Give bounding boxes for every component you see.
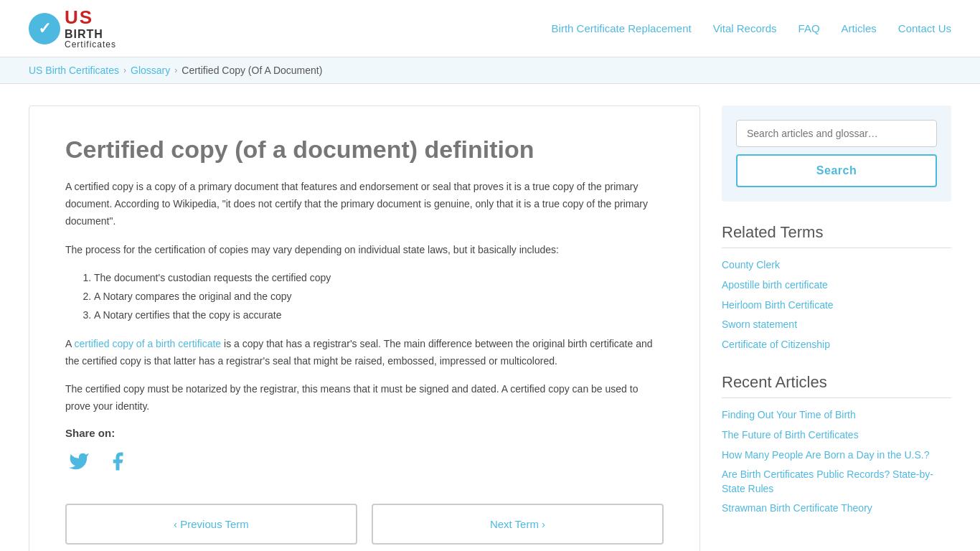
- article-born-a-day[interactable]: How Many People Are Born a Day in the U.…: [722, 448, 951, 463]
- paragraph-1: A certified copy is a copy of a primary …: [65, 179, 664, 230]
- logo-us: US: [65, 7, 116, 28]
- search-box: Search: [722, 105, 951, 202]
- social-icons: [65, 448, 664, 475]
- recent-articles-section: Recent Articles Finding Out Your Time of…: [722, 373, 951, 516]
- search-input[interactable]: [736, 120, 937, 147]
- recent-articles-title: Recent Articles: [722, 373, 951, 398]
- facebook-icon[interactable]: [104, 448, 131, 475]
- related-term-county-clerk[interactable]: County Clerk: [722, 258, 951, 273]
- prev-term-button[interactable]: ‹ Previous Term: [65, 504, 357, 545]
- site-logo[interactable]: ✓ US BIRTH Certificates: [29, 7, 116, 50]
- page-title: Certified copy (of a document) definitio…: [65, 135, 664, 164]
- sidebar: Search Related Terms County Clerk Aposti…: [722, 105, 951, 551]
- related-terms-title: Related Terms: [722, 223, 951, 248]
- breadcrumb-glossary[interactable]: Glossary: [131, 65, 170, 76]
- related-term-heirloom[interactable]: Heirloom Birth Certificate: [722, 298, 951, 313]
- list-item-3: A Notary certifies that the copy is accu…: [94, 307, 664, 324]
- nav-faq[interactable]: FAQ: [798, 22, 820, 34]
- main-container: Certified copy (of a document) definitio…: [0, 84, 980, 551]
- list-item-2: A Notary compares the original and the c…: [94, 288, 664, 306]
- related-term-apostille[interactable]: Apostille birth certificate: [722, 278, 951, 293]
- article-public-records[interactable]: Are Birth Certificates Public Records? S…: [722, 468, 951, 496]
- related-term-citizenship[interactable]: Certificate of Citizenship: [722, 338, 951, 352]
- main-nav: Birth Certificate Replacement Vital Reco…: [552, 22, 951, 34]
- certified-copy-link[interactable]: certified copy of a birth certificate: [74, 338, 221, 349]
- twitter-icon[interactable]: [65, 448, 93, 475]
- breadcrumb: US Birth Certificates › Glossary › Certi…: [0, 57, 980, 84]
- breadcrumb-home[interactable]: US Birth Certificates: [29, 65, 119, 76]
- breadcrumb-current: Certified Copy (Of A Document): [182, 65, 322, 76]
- share-label: Share on:: [65, 427, 664, 439]
- related-term-sworn[interactable]: Sworn statement: [722, 318, 951, 332]
- term-navigation: ‹ Previous Term Next Term ›: [65, 504, 664, 545]
- logo-certificates: Certificates: [65, 40, 116, 50]
- article-future-birth-certs[interactable]: The Future of Birth Certificates: [722, 428, 951, 443]
- article-time-of-birth[interactable]: Finding Out Your Time of Birth: [722, 408, 951, 423]
- site-header: ✓ US BIRTH Certificates Birth Certificat…: [0, 0, 980, 57]
- nav-birth-certificate-replacement[interactable]: Birth Certificate Replacement: [552, 22, 692, 34]
- breadcrumb-sep-1: ›: [123, 65, 126, 75]
- paragraph-2: The process for the certification of cop…: [65, 242, 664, 259]
- list-item-1: The document's custodian requests the ce…: [94, 270, 664, 287]
- logo-icon: ✓: [29, 13, 60, 44]
- related-terms-section: Related Terms County Clerk Apostille bir…: [722, 223, 951, 352]
- paragraph-3: A certified copy of a birth certificate …: [65, 336, 664, 370]
- article-strawman[interactable]: Strawman Birth Certificate Theory: [722, 501, 951, 516]
- nav-vital-records[interactable]: Vital Records: [713, 22, 777, 34]
- nav-contact-us[interactable]: Contact Us: [898, 22, 951, 34]
- breadcrumb-sep-2: ›: [174, 65, 177, 75]
- next-term-button[interactable]: Next Term ›: [372, 504, 664, 545]
- logo-text: US BIRTH Certificates: [65, 7, 116, 50]
- paragraph-4: The certified copy must be notarized by …: [65, 381, 664, 415]
- search-button[interactable]: Search: [736, 154, 937, 187]
- nav-articles[interactable]: Articles: [842, 22, 877, 34]
- content-area: Certified copy (of a document) definitio…: [29, 105, 700, 551]
- certification-list: The document's custodian requests the ce…: [94, 270, 664, 324]
- logo-birth: BIRTH: [65, 28, 116, 41]
